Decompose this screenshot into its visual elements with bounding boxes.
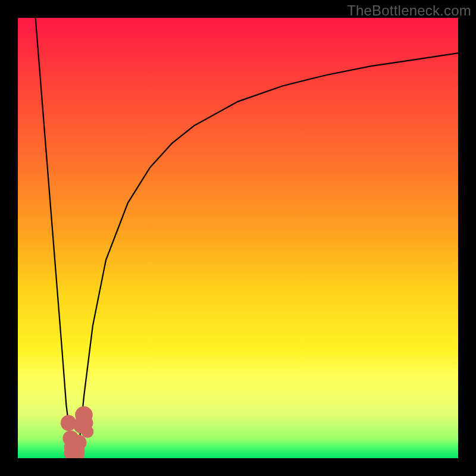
- sample-point: [75, 406, 93, 424]
- sample-point: [82, 425, 94, 438]
- brand-watermark: TheBottleneck.com: [347, 2, 471, 19]
- sample-point: [62, 430, 79, 446]
- sample-point: [61, 415, 77, 431]
- sample-point: [69, 444, 85, 458]
- sample-points: [61, 406, 94, 458]
- sample-point: [79, 416, 93, 430]
- sample-point: [71, 435, 87, 451]
- curve-overlay: [18, 18, 458, 458]
- chart-frame: TheBottleneck.com: [0, 0, 476, 476]
- sample-point: [64, 444, 83, 458]
- sample-point: [64, 439, 80, 455]
- bottleneck-curve: [36, 18, 458, 456]
- sample-point: [73, 416, 90, 433]
- sample-point: [66, 446, 84, 458]
- plot-area: [18, 18, 458, 458]
